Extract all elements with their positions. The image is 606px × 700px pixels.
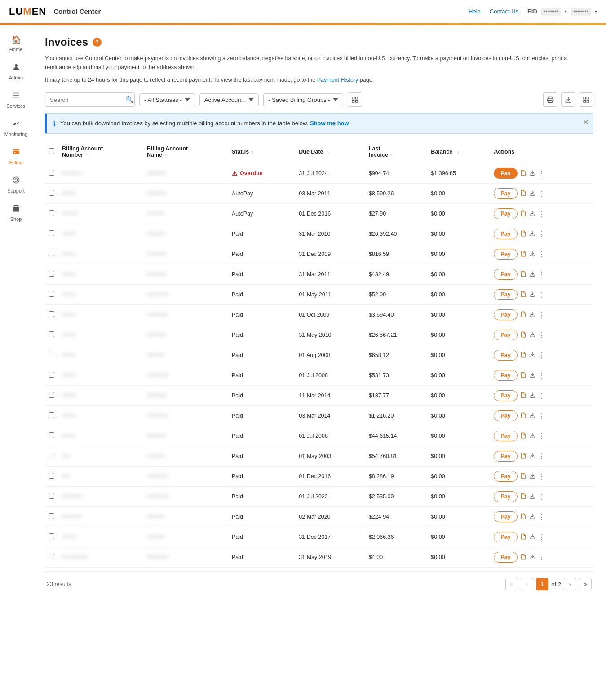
pay-button[interactable]: Pay <box>494 289 517 300</box>
document-icon[interactable] <box>520 432 526 440</box>
more-options-icon[interactable]: ⋮ <box>538 371 545 380</box>
document-icon[interactable] <box>520 271 526 278</box>
row-download-icon[interactable] <box>529 230 535 238</box>
row-select-checkbox[interactable] <box>49 533 54 539</box>
pay-button[interactable]: Pay <box>494 370 517 381</box>
row-download-icon[interactable] <box>529 311 535 319</box>
row-select-checkbox[interactable] <box>49 352 54 357</box>
pay-button[interactable]: Pay <box>494 491 517 502</box>
more-options-icon[interactable]: ⋮ <box>538 311 545 319</box>
document-icon[interactable] <box>520 251 526 258</box>
sidebar-item-services[interactable]: Services <box>2 87 31 113</box>
document-icon[interactable] <box>520 230 526 238</box>
pay-button[interactable]: Pay <box>494 552 517 563</box>
more-options-icon[interactable]: ⋮ <box>538 250 545 259</box>
grid-view-button[interactable] <box>579 92 593 107</box>
row-download-icon[interactable] <box>529 372 535 379</box>
row-download-icon[interactable] <box>529 453 535 460</box>
banner-close-button[interactable]: ✕ <box>583 118 588 127</box>
download-button[interactable] <box>561 92 575 107</box>
info-icon[interactable]: ? <box>93 38 102 47</box>
search-icon[interactable]: 🔍 <box>125 96 134 104</box>
show-me-how-link[interactable]: Show me how <box>310 120 349 127</box>
sidebar-item-shop[interactable]: Shop <box>2 200 31 226</box>
select-all-checkbox[interactable] <box>49 148 54 154</box>
sort-billing-account-name[interactable]: ↑↓ <box>165 153 169 158</box>
more-options-icon[interactable]: ⋮ <box>538 533 545 542</box>
status-filter[interactable]: - All Statuses - <box>139 93 195 106</box>
row-download-icon[interactable] <box>529 392 535 400</box>
document-icon[interactable] <box>520 533 526 541</box>
more-options-icon[interactable]: ⋮ <box>538 432 545 440</box>
row-select-checkbox[interactable] <box>49 230 54 236</box>
document-icon[interactable] <box>520 291 526 299</box>
account-filter[interactable]: Active Accoun... <box>199 93 259 106</box>
more-options-icon[interactable]: ⋮ <box>538 412 545 420</box>
row-select-checkbox[interactable] <box>49 210 54 216</box>
row-download-icon[interactable] <box>529 352 535 359</box>
first-page-button[interactable]: « <box>505 578 518 590</box>
row-select-checkbox[interactable] <box>49 251 54 256</box>
pay-button[interactable]: Pay <box>494 188 517 199</box>
row-select-checkbox[interactable] <box>49 311 54 317</box>
pay-button[interactable]: Pay <box>494 249 517 260</box>
pay-button[interactable]: Pay <box>494 309 517 320</box>
more-options-icon[interactable]: ⋮ <box>538 472 545 481</box>
pay-button[interactable]: Pay <box>494 350 517 361</box>
row-download-icon[interactable] <box>529 493 535 501</box>
sidebar-item-home[interactable]: 🏠 Home <box>2 31 31 57</box>
document-icon[interactable] <box>520 513 526 521</box>
user-dropdown-arrow[interactable]: ▾ <box>595 9 597 14</box>
pay-button[interactable]: Pay <box>494 330 517 340</box>
pay-button[interactable]: Pay <box>494 511 517 522</box>
row-download-icon[interactable] <box>529 251 535 258</box>
document-icon[interactable] <box>520 372 526 379</box>
prev-page-button[interactable]: ‹ <box>521 578 533 590</box>
sidebar-item-support[interactable]: Support <box>2 172 31 198</box>
pay-button[interactable]: Pay <box>494 168 517 179</box>
contact-link[interactable]: Contact Us <box>490 8 518 15</box>
document-icon[interactable] <box>520 210 526 218</box>
row-select-checkbox[interactable] <box>49 331 54 337</box>
sidebar-item-billing[interactable]: Billing <box>2 143 31 170</box>
document-icon[interactable] <box>520 453 526 460</box>
next-page-button[interactable]: › <box>564 578 576 590</box>
sort-billing-account-number[interactable]: ↑↓ <box>86 153 90 158</box>
document-icon[interactable] <box>520 352 526 359</box>
pay-button[interactable]: Pay <box>494 390 517 401</box>
payment-history-link[interactable]: Payment History <box>317 77 358 83</box>
document-icon[interactable] <box>520 190 526 198</box>
more-options-icon[interactable]: ⋮ <box>538 210 545 218</box>
more-options-icon[interactable]: ⋮ <box>538 553 545 562</box>
more-options-icon[interactable]: ⋮ <box>538 270 545 279</box>
row-select-checkbox[interactable] <box>49 493 54 499</box>
document-icon[interactable] <box>520 554 526 561</box>
search-input[interactable] <box>50 97 125 103</box>
document-icon[interactable] <box>520 473 526 480</box>
row-download-icon[interactable] <box>529 554 535 561</box>
row-select-checkbox[interactable] <box>49 513 54 519</box>
last-page-button[interactable]: » <box>579 578 592 590</box>
document-icon[interactable] <box>520 412 526 420</box>
more-options-icon[interactable]: ⋮ <box>538 291 545 299</box>
more-options-icon[interactable]: ⋮ <box>538 331 545 339</box>
sort-due-date[interactable]: ↑↓ <box>326 150 330 154</box>
row-select-checkbox[interactable] <box>49 291 54 297</box>
row-select-checkbox[interactable] <box>49 372 54 378</box>
row-select-checkbox[interactable] <box>49 412 54 418</box>
page-1-button[interactable]: 1 <box>536 578 548 590</box>
pay-button[interactable]: Pay <box>494 451 517 462</box>
sidebar-item-admin[interactable]: Admin <box>2 58 31 85</box>
help-link[interactable]: Help <box>469 8 481 15</box>
eid-dropdown-arrow[interactable]: ▾ <box>565 9 567 14</box>
row-download-icon[interactable] <box>529 271 535 278</box>
row-download-icon[interactable] <box>529 190 535 198</box>
document-icon[interactable] <box>520 493 526 501</box>
more-options-icon[interactable]: ⋮ <box>538 351 545 360</box>
row-download-icon[interactable] <box>529 513 535 521</box>
row-download-icon[interactable] <box>529 210 535 218</box>
document-icon[interactable] <box>520 170 526 177</box>
row-download-icon[interactable] <box>529 473 535 480</box>
row-download-icon[interactable] <box>529 432 535 440</box>
pay-button[interactable]: Pay <box>494 229 517 239</box>
